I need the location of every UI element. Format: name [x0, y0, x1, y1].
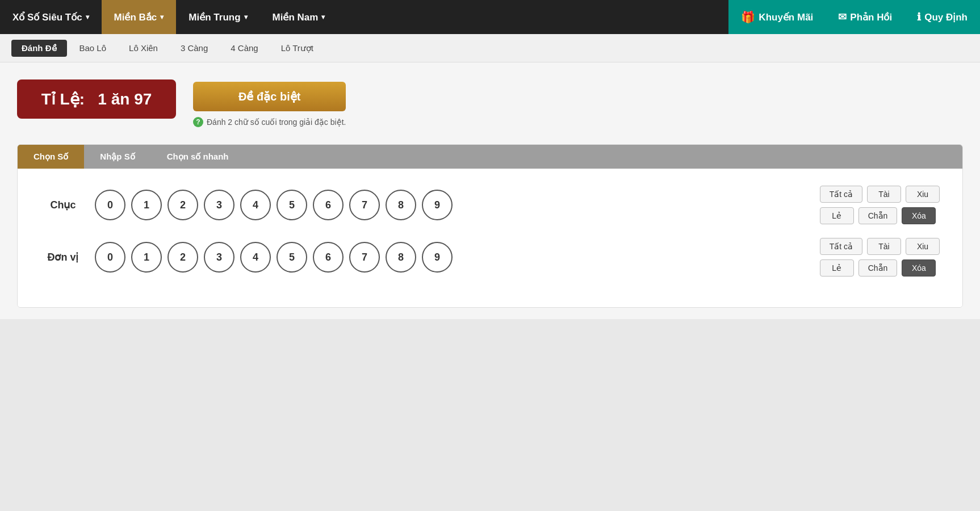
nav-mien-bac[interactable]: Miền Bắc ▾ [102, 0, 177, 34]
chuc-label: Chục [40, 199, 86, 211]
chuc-xiu-btn[interactable]: Xiu [906, 186, 940, 203]
nav-xo-so-sieu-toc[interactable]: Xổ Số Siêu Tốc ▾ [0, 0, 102, 34]
don-vi-5[interactable]: 5 [277, 242, 307, 273]
sub-nav-3-cang[interactable]: 3 Càng [170, 40, 218, 56]
hint-description: Đánh 2 chữ số cuối trong giải đặc biệt. [207, 118, 346, 127]
chevron-down-icon: ▾ [160, 13, 164, 21]
chevron-down-icon: ▾ [244, 13, 248, 21]
nav-label-mien-nam: Miền Nam [273, 11, 319, 23]
sub-nav-4-cang[interactable]: 4 Càng [220, 40, 268, 56]
nav-label-khuyen-mai: Khuyến Mãi [759, 11, 813, 23]
don-vi-3[interactable]: 3 [204, 242, 234, 273]
chuc-7[interactable]: 7 [349, 190, 380, 220]
nav-phan-hoi[interactable]: ✉ Phản Hồi [826, 0, 904, 34]
chuc-chan-btn[interactable]: Chẵn [858, 207, 898, 224]
don-vi-label: Đơn vị [40, 251, 86, 263]
don-vi-7[interactable]: 7 [349, 242, 380, 273]
tab-nhap-so[interactable]: Nhập Số [84, 145, 150, 169]
gift-icon: 🎁 [741, 10, 755, 24]
sub-nav-danh-de[interactable]: Đánh Đề [11, 40, 67, 57]
nav-mien-trung[interactable]: Miền Trung ▾ [176, 0, 259, 34]
don-vi-actions: Tất cả Tài Xiu Lẻ Chẵn Xóa [820, 238, 940, 277]
chuc-action-row-2: Lẻ Chẵn Xóa [820, 207, 940, 224]
don-vi-1[interactable]: 1 [131, 242, 162, 273]
nav-spacer [337, 0, 728, 34]
don-vi-tat-ca-btn[interactable]: Tất cả [820, 238, 862, 255]
don-vi-le-btn[interactable]: Lẻ [820, 259, 854, 277]
rate-box: Tỉ Lệ: 1 ăn 97 [17, 79, 176, 119]
nav-label-mien-trung: Miền Trung [189, 11, 240, 23]
chuc-actions: Tất cả Tài Xiu Lẻ Chẵn Xóa [820, 186, 940, 224]
don-vi-chan-btn[interactable]: Chẵn [858, 259, 898, 277]
chuc-4[interactable]: 4 [240, 190, 271, 220]
chuc-circles: 0 1 2 3 4 5 6 7 8 9 [95, 190, 799, 220]
don-vi-2[interactable]: 2 [167, 242, 198, 273]
don-vi-tai-btn[interactable]: Tài [867, 238, 901, 255]
rate-value: 1 ăn 97 [98, 90, 152, 108]
don-vi-8[interactable]: 8 [386, 242, 416, 273]
sub-nav: Đánh Đề Bao Lô Lô Xiên 3 Càng 4 Càng Lô … [0, 34, 980, 62]
don-vi-6[interactable]: 6 [313, 242, 344, 273]
don-vi-action-row-2: Lẻ Chẵn Xóa [820, 259, 940, 277]
don-vi-9[interactable]: 9 [422, 242, 453, 273]
chuc-5[interactable]: 5 [277, 190, 307, 220]
sub-nav-bao-lo[interactable]: Bao Lô [69, 40, 117, 56]
tab-chon-so[interactable]: Chọn Số [18, 145, 84, 169]
sub-nav-lo-truot[interactable]: Lô Trượt [271, 40, 324, 57]
chuc-row: Chục 0 1 2 3 4 5 6 7 8 9 Tất cả Tài [40, 186, 940, 224]
chuc-2[interactable]: 2 [167, 190, 198, 220]
rate-section: Tỉ Lệ: 1 ăn 97 Đề đặc biệt ? Đánh 2 chữ … [17, 79, 963, 127]
chuc-6[interactable]: 6 [313, 190, 344, 220]
question-icon: ? [193, 117, 203, 127]
don-vi-0[interactable]: 0 [95, 242, 125, 273]
chuc-xoa-btn[interactable]: Xóa [902, 207, 936, 224]
rate-label: Tỉ Lệ: [41, 90, 85, 108]
don-vi-action-row-1: Tất cả Tài Xiu [820, 238, 940, 255]
sub-nav-lo-xien[interactable]: Lô Xiên [119, 40, 168, 56]
chuc-0[interactable]: 0 [95, 190, 125, 220]
info-icon: ℹ [917, 11, 921, 23]
don-vi-4[interactable]: 4 [240, 242, 271, 273]
nav-label-phan-hoi: Phản Hồi [850, 11, 892, 23]
nav-khuyen-mai[interactable]: 🎁 Khuyến Mãi [728, 0, 826, 34]
tabs-section: Chọn Số Nhập Số Chọn số nhanh Chục 0 1 2… [17, 144, 963, 308]
chevron-down-icon: ▾ [86, 13, 89, 21]
nav-label-quy-dinh: Quy Định [924, 11, 968, 23]
chuc-action-row-1: Tất cả Tài Xiu [820, 186, 940, 203]
don-vi-row: Đơn vị 0 1 2 3 4 5 6 7 8 9 Tất cả Tài [40, 238, 940, 277]
chuc-1[interactable]: 1 [131, 190, 162, 220]
chevron-down-icon: ▾ [321, 13, 325, 21]
don-vi-xoa-btn[interactable]: Xóa [902, 259, 936, 277]
don-vi-circles: 0 1 2 3 4 5 6 7 8 9 [95, 242, 799, 273]
chuc-3[interactable]: 3 [204, 190, 234, 220]
nav-quy-dinh[interactable]: ℹ Quy Định [904, 0, 980, 34]
chuc-9[interactable]: 9 [422, 190, 453, 220]
main-content: Tỉ Lệ: 1 ăn 97 Đề đặc biệt ? Đánh 2 chữ … [0, 62, 980, 319]
mail-icon: ✉ [838, 11, 847, 23]
chuc-tat-ca-btn[interactable]: Tất cả [820, 186, 862, 203]
chuc-8[interactable]: 8 [386, 190, 416, 220]
number-selector: Chục 0 1 2 3 4 5 6 7 8 9 Tất cả Tài [18, 169, 962, 307]
tab-chon-so-nhanh[interactable]: Chọn số nhanh [151, 145, 245, 169]
rate-right: Đề đặc biệt ? Đánh 2 chữ số cuối trong g… [193, 79, 346, 127]
tabs-header: Chọn Số Nhập Số Chọn số nhanh [18, 145, 962, 169]
top-nav: Xổ Số Siêu Tốc ▾ Miền Bắc ▾ Miền Trung ▾… [0, 0, 980, 34]
de-dac-biet-button[interactable]: Đề đặc biệt [193, 82, 346, 111]
nav-label-mien-bac: Miền Bắc [114, 11, 157, 23]
hint-text: ? Đánh 2 chữ số cuối trong giải đặc biệt… [193, 117, 346, 127]
chuc-tai-btn[interactable]: Tài [867, 186, 901, 203]
nav-mien-nam[interactable]: Miền Nam ▾ [260, 0, 338, 34]
nav-label-xo-so-sieu-toc: Xổ Số Siêu Tốc [12, 11, 82, 23]
don-vi-xiu-btn[interactable]: Xiu [906, 238, 940, 255]
chuc-le-btn[interactable]: Lẻ [820, 207, 854, 224]
